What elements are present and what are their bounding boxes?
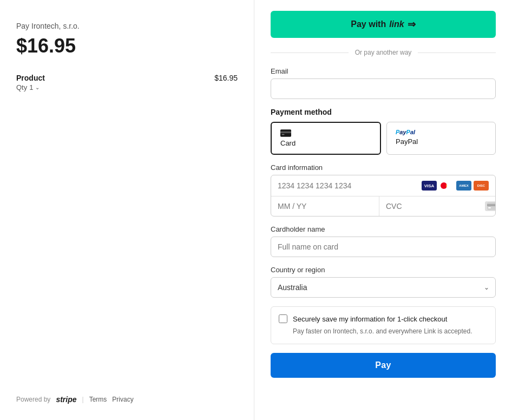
paypal-option-label: PayPal <box>396 137 418 146</box>
card-info-box: VISA AMEX DISC <box>271 175 496 216</box>
save-info-checkbox[interactable] <box>279 314 287 323</box>
qty-label: Qty <box>16 83 27 91</box>
card-option-label: Card <box>280 139 296 147</box>
footer-divider: | <box>82 396 84 403</box>
link-btn-prefix: Pay with <box>351 19 386 29</box>
card-bottom-row <box>271 196 495 216</box>
payment-method-label: Payment method <box>271 108 496 116</box>
divider-text: Or pay another way <box>355 49 412 56</box>
cvc-icon <box>485 201 496 211</box>
product-name: Product <box>16 74 45 82</box>
pay-button[interactable]: Pay <box>271 353 496 378</box>
paypal-option-icon: PayPal <box>396 129 415 135</box>
left-footer: Powered by stripe | Terms Privacy <box>16 395 238 404</box>
svg-rect-5 <box>488 207 491 208</box>
pay-with-link-button[interactable]: Pay with link ⇒ <box>271 11 496 38</box>
save-info-description: Pay faster on Irontech, s.r.o. and every… <box>293 326 488 336</box>
country-select[interactable]: Australia United States United Kingdom C… <box>271 277 496 298</box>
stripe-logo: stripe <box>56 395 76 404</box>
left-content: Pay Irontech, s.r.o. $16.95 Product Qty … <box>16 22 238 95</box>
divider-line-left <box>271 52 349 53</box>
amex-logo-icon: AMEX <box>456 181 471 191</box>
card-icon <box>280 129 291 137</box>
card-option-icon <box>280 129 291 137</box>
product-info: Product Qty 1 ⌄ <box>16 74 45 91</box>
privacy-link[interactable]: Privacy <box>112 396 133 403</box>
svg-rect-1 <box>280 132 291 133</box>
divider-line-right <box>418 52 496 53</box>
paypal-payment-option[interactable]: PayPal PayPal <box>386 122 496 155</box>
cvc-row <box>379 196 496 216</box>
powered-by-text: Powered by <box>16 396 50 403</box>
discover-logo-icon: DISC <box>474 181 489 191</box>
terms-link[interactable]: Terms <box>89 396 107 403</box>
amount: $16.95 <box>16 35 238 57</box>
qty-selector[interactable]: Qty 1 ⌄ <box>16 83 45 91</box>
mastercard-logo-icon <box>439 181 454 191</box>
save-info-box: Securely save my information for 1-click… <box>271 306 496 344</box>
qty-value: 1 <box>29 83 33 91</box>
card-number-input[interactable] <box>278 181 417 190</box>
cvc-input[interactable] <box>386 202 481 211</box>
mm-yy-input[interactable] <box>271 196 379 216</box>
cardholder-label: Cardholder name <box>271 225 496 233</box>
cvc-card-icon <box>487 202 496 210</box>
svg-rect-2 <box>282 134 285 135</box>
card-payment-option[interactable]: Card <box>271 122 381 155</box>
visa-logo-icon: VISA <box>422 181 437 191</box>
link-arrow-icon: ⇒ <box>408 18 416 30</box>
paypal-icon: PayPal <box>396 129 415 135</box>
product-price: $16.95 <box>214 74 238 82</box>
email-label: Email <box>271 67 496 75</box>
qty-chevron-icon: ⌄ <box>35 84 40 90</box>
divider-row: Or pay another way <box>271 49 496 56</box>
card-logos: VISA AMEX DISC <box>422 181 489 191</box>
save-info-title: Securely save my information for 1-click… <box>293 315 447 323</box>
country-label: Country or region <box>271 266 496 274</box>
email-input[interactable] <box>271 78 496 99</box>
right-panel: Pay with link ⇒ Or pay another way Email… <box>254 0 512 420</box>
link-brand-text: link <box>389 19 404 29</box>
save-info-header: Securely save my information for 1-click… <box>279 314 488 323</box>
card-info-label: Card information <box>271 163 496 172</box>
country-select-wrapper: Australia United States United Kingdom C… <box>271 277 496 298</box>
left-panel: Pay Irontech, s.r.o. $16.95 Product Qty … <box>0 0 254 420</box>
svg-rect-4 <box>487 204 496 206</box>
card-number-row: VISA AMEX DISC <box>271 175 495 196</box>
cardholder-input[interactable] <box>271 237 496 257</box>
merchant-label: Pay Irontech, s.r.o. <box>16 22 238 30</box>
payment-options: Card PayPal PayPal <box>271 122 496 155</box>
product-row: Product Qty 1 ⌄ $16.95 <box>16 74 238 91</box>
